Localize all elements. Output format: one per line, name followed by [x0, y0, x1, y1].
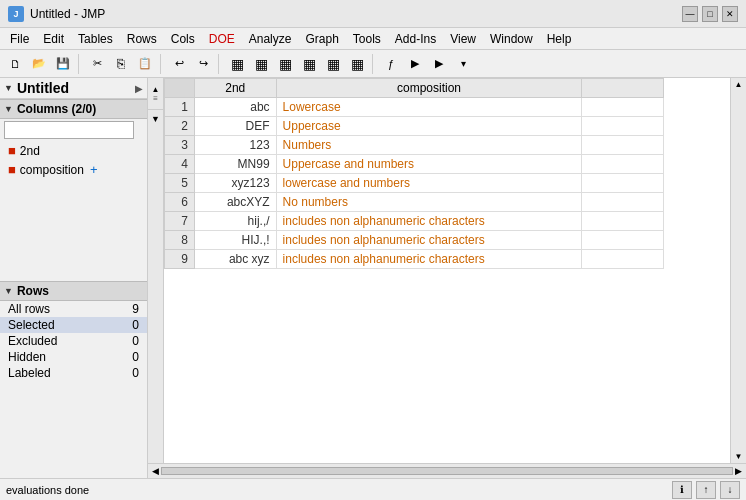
row-dropdown-btn[interactable]: ▼	[151, 114, 160, 124]
left-nav-col: ▲ ≡ ▼	[148, 78, 164, 463]
row-cell-2nd[interactable]: MN99	[195, 155, 277, 174]
search-input[interactable]	[4, 121, 134, 139]
v-scroll-down[interactable]: ▼	[733, 450, 745, 463]
toolbar-sep4	[372, 54, 376, 74]
row-cell-composition[interactable]: includes non alphanumeric characters	[276, 250, 582, 269]
toolbar-new[interactable]: 🗋	[4, 53, 26, 75]
row-cell-empty	[582, 193, 664, 212]
h-scroll-right[interactable]: ▶	[733, 466, 744, 476]
toolbar-grid3[interactable]: ▦	[274, 53, 296, 75]
h-scroll-track[interactable]	[161, 467, 733, 475]
menu-tables[interactable]: Tables	[72, 30, 119, 48]
menu-analyze[interactable]: Analyze	[243, 30, 298, 48]
row-cell-2nd[interactable]: hij.,/	[195, 212, 277, 231]
v-scroll: ▲ ▼	[730, 78, 746, 463]
row-cell-2nd[interactable]: abc xyz	[195, 250, 277, 269]
row-num-cell: 3	[165, 136, 195, 155]
row-cell-2nd[interactable]: xyz123	[195, 174, 277, 193]
col-header-2nd[interactable]: 2nd	[195, 79, 277, 98]
toolbar-grid6[interactable]: ▦	[346, 53, 368, 75]
row-cell-empty	[582, 250, 664, 269]
menu-addins[interactable]: Add-Ins	[389, 30, 442, 48]
row-cell-composition[interactable]: lowercase and numbers	[276, 174, 582, 193]
toolbar-undo[interactable]: ↩	[168, 53, 190, 75]
row-stat-labeled: Labeled 0	[0, 365, 147, 381]
col-header-composition[interactable]: composition	[276, 79, 582, 98]
toolbar-paste[interactable]: 📋	[134, 53, 156, 75]
menu-doe[interactable]: DOE	[203, 30, 241, 48]
untitled-triangle[interactable]: ▼	[4, 83, 13, 93]
toolbar-formula[interactable]: ƒ	[380, 53, 402, 75]
columns-header[interactable]: ▼ Columns (2/0)	[0, 99, 147, 119]
row-cell-composition[interactable]: No numbers	[276, 193, 582, 212]
row-cell-empty	[582, 117, 664, 136]
menu-tools[interactable]: Tools	[347, 30, 387, 48]
row-cell-2nd[interactable]: 123	[195, 136, 277, 155]
h-scroll-left[interactable]: ◀	[150, 466, 161, 476]
toolbar-extra[interactable]: ▾	[452, 53, 474, 75]
row-cell-composition[interactable]: Numbers	[276, 136, 582, 155]
toolbar-run2[interactable]: ▶	[428, 53, 450, 75]
close-button[interactable]: ✕	[722, 6, 738, 22]
column-item-2nd[interactable]: ■ 2nd	[0, 141, 147, 160]
columns-triangle: ▼	[4, 104, 13, 114]
window-title: Untitled - JMP	[30, 7, 105, 21]
menu-window[interactable]: Window	[484, 30, 539, 48]
row-cell-2nd[interactable]: HIJ.,!	[195, 231, 277, 250]
table-row: 2DEFUppercase	[165, 117, 664, 136]
menu-view[interactable]: View	[444, 30, 482, 48]
toolbar-grid2[interactable]: ▦	[250, 53, 272, 75]
minimize-button[interactable]: —	[682, 6, 698, 22]
toolbar-open[interactable]: 📂	[28, 53, 50, 75]
toolbar-save[interactable]: 💾	[52, 53, 74, 75]
col-plus-icon[interactable]: +	[90, 162, 98, 177]
rows-header[interactable]: ▼ Rows	[0, 281, 147, 301]
menu-edit[interactable]: Edit	[37, 30, 70, 48]
data-table: 2nd composition 1abcLowerc	[164, 78, 664, 269]
h-scroll-bar[interactable]: ◀ ▶	[148, 463, 746, 478]
row-num-cell: 6	[165, 193, 195, 212]
row-cell-composition[interactable]: Lowercase	[276, 98, 582, 117]
title-bar: J Untitled - JMP — □ ✕	[0, 0, 746, 28]
menu-file[interactable]: File	[4, 30, 35, 48]
status-up-btn[interactable]: ↑	[696, 481, 716, 499]
row-stat-selected-value: 0	[132, 318, 139, 332]
toolbar-grid1[interactable]: ▦	[226, 53, 248, 75]
row-cell-2nd[interactable]: abc	[195, 98, 277, 117]
row-cell-composition[interactable]: Uppercase and numbers	[276, 155, 582, 174]
untitled-label-text: Untitled	[17, 80, 69, 96]
toolbar-cut[interactable]: ✂	[86, 53, 108, 75]
toolbar-run[interactable]: ▶	[404, 53, 426, 75]
row-stat-excluded: Excluded 0	[0, 333, 147, 349]
row-cell-composition[interactable]: Uppercase	[276, 117, 582, 136]
menu-help[interactable]: Help	[541, 30, 578, 48]
data-table-container[interactable]: 2nd composition 1abcLowerc	[164, 78, 730, 463]
toolbar-grid5[interactable]: ▦	[322, 53, 344, 75]
maximize-button[interactable]: □	[702, 6, 718, 22]
untitled-arrow[interactable]: ▶	[135, 83, 143, 94]
menu-graph[interactable]: Graph	[299, 30, 344, 48]
menu-rows[interactable]: Rows	[121, 30, 163, 48]
row-stat-hidden-label: Hidden	[8, 350, 46, 364]
row-cell-composition[interactable]: includes non alphanumeric characters	[276, 212, 582, 231]
rows-section: ▼ Rows All rows 9 Selected 0 Excluded 0 …	[0, 277, 147, 381]
status-down-btn[interactable]: ↓	[720, 481, 740, 499]
v-scroll-up[interactable]: ▲	[733, 78, 745, 91]
column-item-composition[interactable]: ■ composition +	[0, 160, 147, 179]
columns-section: ▼ Columns (2/0) ■ 2nd ■ composition +	[0, 99, 147, 179]
status-bar: evaluations done ℹ ↑ ↓	[0, 478, 746, 500]
toolbar-copy[interactable]: ⎘	[110, 53, 132, 75]
nav-up-arrow[interactable]: ▲	[152, 85, 160, 94]
row-num-cell: 5	[165, 174, 195, 193]
status-info-btn[interactable]: ℹ	[672, 481, 692, 499]
row-cell-composition[interactable]: includes non alphanumeric characters	[276, 231, 582, 250]
row-cell-2nd[interactable]: abcXYZ	[195, 193, 277, 212]
row-cell-2nd[interactable]: DEF	[195, 117, 277, 136]
row-stat-selected-label: Selected	[8, 318, 55, 332]
menu-cols[interactable]: Cols	[165, 30, 201, 48]
spacer	[0, 179, 147, 277]
toolbar-grid4[interactable]: ▦	[298, 53, 320, 75]
toolbar-redo[interactable]: ↪	[192, 53, 214, 75]
toolbar-sep2	[160, 54, 164, 74]
main-layout: ▼ Untitled ▶ ▼ Columns (2/0) ■ 2nd ■ com…	[0, 78, 746, 478]
